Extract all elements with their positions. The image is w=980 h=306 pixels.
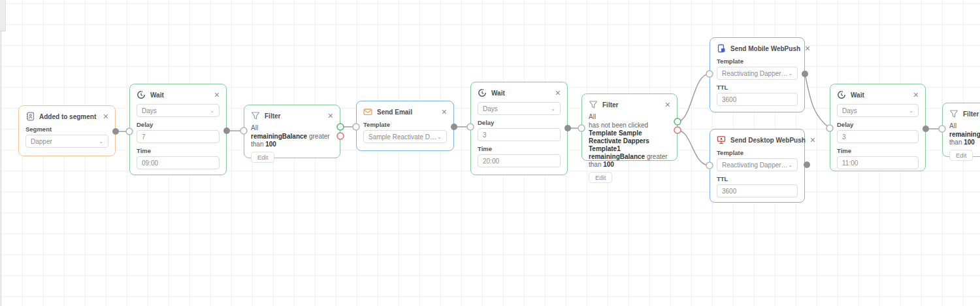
template-label: Template	[717, 58, 798, 65]
time-input[interactable]	[137, 156, 220, 169]
funnel-icon	[949, 109, 958, 118]
time-input[interactable]	[837, 156, 919, 169]
edit-button[interactable]: Edit	[589, 172, 612, 183]
segment-select[interactable]: Dapper ⌄	[25, 135, 108, 148]
node-added-to-segment[interactable]: Added to segment × Segment Dapper ⌄	[18, 105, 116, 156]
delay-input[interactable]	[837, 130, 919, 143]
node-send-desktop-webpush[interactable]: Send Desktop WebPush × Template Reactiva…	[710, 129, 805, 203]
node-title: Added to segment	[39, 113, 96, 120]
close-icon[interactable]: ×	[805, 44, 810, 52]
wait-unit-select[interactable]: Days ⌄	[478, 102, 561, 115]
funnel-icon	[589, 100, 598, 109]
chevron-down-icon: ⌄	[210, 108, 214, 114]
mobile-webpush-icon	[717, 44, 726, 53]
close-icon[interactable]: ×	[810, 136, 815, 144]
node-wait-3[interactable]: Wait × Days ⌄ Delay Time	[830, 84, 926, 171]
chevron-down-icon: ⌄	[788, 162, 792, 168]
ttl-input[interactable]	[717, 93, 798, 106]
node-title: Wait	[491, 90, 505, 97]
segment-label: Segment	[25, 126, 108, 133]
desktop-webpush-icon	[717, 135, 726, 144]
chevron-down-icon: ⌄	[788, 71, 792, 76]
node-filter-3[interactable]: Filter All remainingBalance greater than…	[942, 103, 980, 157]
template-select[interactable]: Reactivating Dappers Sample ⌄	[717, 158, 798, 171]
canvas-left-edge	[0, 31, 1, 306]
delay-label: Delay	[837, 121, 919, 128]
node-title: Send Mobile WebPush	[730, 45, 800, 52]
node-filter-2[interactable]: Filter × All has not been clicked Templa…	[581, 94, 678, 161]
filter-match-type: All	[589, 113, 670, 121]
template-select[interactable]: Sample Reactivate Dappers Temp... ⌄	[363, 130, 447, 143]
template-label: Template	[717, 149, 798, 156]
edge-filter2-true-to-mobilepush	[678, 74, 710, 122]
node-wait-1[interactable]: Wait × Days ⌄ Delay Time	[129, 84, 227, 175]
delay-input[interactable]	[137, 130, 220, 143]
close-icon[interactable]: ×	[442, 108, 447, 116]
chevron-down-icon: ⌄	[99, 139, 103, 144]
panel-edge-remnant	[0, 0, 6, 31]
edge-filter2-false-to-desktoppush	[678, 130, 710, 165]
node-wait-2[interactable]: Wait × Days ⌄ Delay Time	[470, 82, 568, 175]
node-title: Send Desktop WebPush	[730, 137, 806, 144]
time-label: Time	[478, 145, 561, 152]
funnel-icon	[251, 111, 260, 120]
time-label: Time	[837, 147, 919, 154]
node-filter-1[interactable]: Filter × All remainingBalance greater th…	[244, 105, 340, 158]
ttl-label: TTL	[717, 84, 798, 91]
delay-label: Delay	[137, 121, 220, 128]
template-label: Template	[363, 121, 447, 128]
close-icon[interactable]: ×	[665, 101, 670, 109]
time-label: Time	[137, 147, 220, 154]
node-title: Send Email	[377, 109, 412, 116]
edit-button[interactable]: Edit	[251, 152, 274, 163]
clock-icon	[478, 88, 487, 97]
edit-button[interactable]: Edit	[949, 150, 973, 161]
close-icon[interactable]: ×	[214, 91, 220, 99]
node-send-mobile-webpush[interactable]: Send Mobile WebPush × Template Reactivat…	[710, 37, 805, 112]
node-send-email[interactable]: Send Email × Template Sample Reactivate …	[356, 101, 454, 151]
email-icon	[363, 107, 372, 116]
filter-conditions: remainingBalance greater than 100	[251, 133, 333, 148]
node-title: Filter	[963, 110, 979, 118]
node-title: Filter	[265, 112, 280, 120]
close-icon[interactable]: ×	[555, 89, 561, 97]
delay-label: Delay	[478, 119, 561, 126]
segment-book-icon	[25, 112, 35, 121]
close-icon[interactable]: ×	[328, 112, 333, 120]
template-select[interactable]: Reactivating Dappers Sample ⌄	[717, 67, 798, 80]
time-input[interactable]	[478, 154, 561, 167]
chevron-down-icon: ⌄	[437, 134, 442, 140]
ttl-label: TTL	[717, 175, 798, 182]
clock-icon	[137, 90, 146, 99]
chevron-down-icon: ⌄	[551, 106, 555, 112]
close-icon[interactable]: ×	[103, 112, 108, 120]
filter-match-type: All	[949, 122, 980, 130]
delay-input[interactable]	[478, 128, 561, 141]
node-title: Wait	[150, 92, 164, 99]
wait-unit-select[interactable]: Days ⌄	[837, 104, 919, 117]
close-icon[interactable]: ×	[913, 91, 919, 99]
edge-mobilepush-to-wait3	[805, 74, 830, 128]
wait-unit-select[interactable]: Days ⌄	[137, 104, 220, 117]
filter-conditions: has not been clicked Template Sample Rea…	[589, 122, 670, 169]
filter-match-type: All	[251, 124, 333, 132]
flow-canvas[interactable]: { "ui": { "close": "×", "chevron": "⌄" }…	[0, 0, 980, 306]
ttl-input[interactable]	[717, 184, 798, 197]
chevron-down-icon: ⌄	[909, 108, 913, 114]
node-title: Filter	[602, 101, 618, 109]
filter-conditions: remainingBalance greater than 100	[949, 131, 980, 146]
clock-icon	[837, 90, 846, 99]
node-title: Wait	[851, 92, 864, 99]
